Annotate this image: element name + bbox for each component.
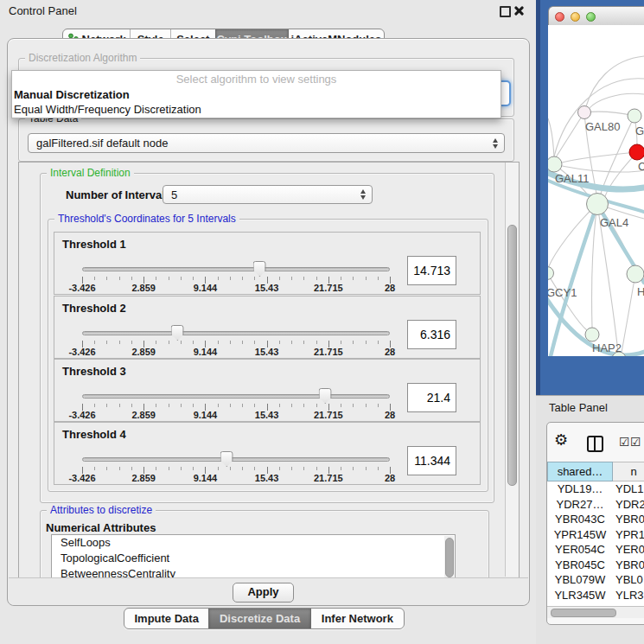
scrollbar-thumb[interactable] [507, 225, 517, 486]
slider-tick [94, 277, 95, 280]
table-data-combobox[interactable]: galFiltered.sif default node [28, 133, 505, 153]
slider-thumb[interactable] [319, 388, 332, 404]
table-row[interactable]: YDL19…YDL1 [547, 481, 644, 497]
slider-scale-label: 28 [385, 410, 395, 420]
table-row[interactable]: YPR145WYPR1 [547, 527, 644, 543]
scrollbar-thumb[interactable] [445, 538, 454, 577]
number-of-intervals-combobox[interactable]: 5 [163, 185, 373, 204]
select-columns-icon[interactable]: ☑ [619, 436, 630, 448]
network-node[interactable] [548, 156, 562, 172]
network-canvas[interactable]: GAL80 GA C GAL11 GAL4 GCY1 H HAP2 [548, 25, 644, 356]
table-cell[interactable]: YPR145W [547, 528, 613, 541]
node-label: C [638, 160, 644, 173]
network-node-highlighted[interactable] [629, 144, 644, 160]
table-cell[interactable]: YER054C [547, 543, 613, 556]
threshold-value-field[interactable] [407, 256, 456, 285]
algorithm-dropdown-popup: Select algorithm to view settings Manual… [11, 70, 501, 118]
table-row[interactable]: YER054CYER0 [547, 542, 644, 558]
gear-icon[interactable]: ⚙ [554, 432, 568, 448]
slider-tick [242, 341, 243, 344]
slider-thumb[interactable] [253, 261, 266, 277]
slider-track[interactable] [82, 267, 390, 271]
slider-track[interactable] [82, 331, 390, 335]
apply-button[interactable]: Apply [233, 583, 294, 603]
slider-tick [291, 467, 292, 470]
network-node[interactable] [587, 194, 609, 215]
network-node[interactable] [578, 106, 591, 119]
network-node[interactable] [628, 109, 641, 123]
slider-scale-label: 15.43 [255, 347, 279, 357]
network-desktop-area: GAL80 GA C GAL11 GAL4 GCY1 H HAP2 [536, 0, 644, 395]
slider-track[interactable] [82, 457, 390, 462]
tab-discretize-data[interactable]: Discretize Data [208, 609, 309, 628]
slider-tick [341, 341, 341, 344]
threshold-value-field[interactable] [407, 320, 456, 349]
numerical-attributes-label: Numerical Attributes [46, 521, 156, 534]
list-scrollbar[interactable] [444, 536, 454, 579]
table-cell[interactable]: YDR27… [547, 498, 613, 511]
table-row[interactable]: YBL079WYBL0 [547, 572, 644, 588]
table-cell[interactable]: YPR1 [613, 528, 644, 541]
group-title: Discretization Algorithm [25, 52, 140, 64]
slider-tick [341, 467, 341, 470]
table-row[interactable]: YLR345WYLR3 [547, 588, 644, 603]
close-icon[interactable] [513, 4, 526, 17]
vertical-scrollbar[interactable] [505, 163, 519, 577]
popup-placeholder: Select algorithm to view settings [12, 73, 501, 86]
table-cell[interactable]: YDR2 [613, 498, 644, 511]
tab-impute-data[interactable]: Impute Data [124, 609, 208, 628]
slider-tick [378, 404, 379, 407]
slider-scale-label: 21.715 [314, 410, 343, 420]
node-label: GCY1 [548, 286, 577, 299]
threshold-value-field[interactable] [407, 446, 456, 475]
minimize-window-icon[interactable] [571, 12, 580, 22]
table-cell[interactable]: YBR0 [613, 558, 644, 571]
network-window-titlebar[interactable] [548, 6, 644, 26]
table-row[interactable]: YDR27…YDR2 [547, 497, 644, 513]
table-header: shared… n [547, 462, 644, 481]
network-node[interactable] [627, 265, 644, 283]
scrollbar-thumb[interactable] [551, 609, 616, 617]
close-window-icon[interactable] [555, 12, 564, 22]
attribute-item[interactable]: TopologicalCoefficient [52, 551, 455, 566]
slider-thumb[interactable] [171, 325, 184, 341]
slider-tick [353, 277, 354, 280]
slider-scale-label: -3.426 [68, 347, 95, 357]
select-all-icon[interactable]: ☑ [630, 436, 641, 448]
cyni-toolbox-panel: Discretization Algorithm Select algorith… [7, 38, 530, 606]
combobox-value: 5 [163, 188, 177, 201]
split-view-icon[interactable] [587, 436, 603, 452]
popup-item-equal-width-frequency[interactable]: Equal Width/Frequency Discretization [14, 103, 201, 116]
column-header-name[interactable]: n [613, 462, 644, 481]
horizontal-scrollbar[interactable] [547, 606, 644, 618]
tab-infer-network[interactable]: Infer Network [310, 609, 404, 628]
zoom-window-icon[interactable] [586, 12, 596, 22]
slider-tick [181, 341, 182, 344]
table-cell[interactable]: YBR0 [613, 513, 644, 526]
table-cell[interactable]: YDL1 [613, 482, 644, 495]
threshold-value-field[interactable] [407, 383, 456, 412]
table-cell[interactable]: YBR043C [547, 513, 613, 526]
slider-tick [218, 467, 219, 470]
slider-tick [193, 467, 194, 470]
table-cell[interactable]: YLR3 [613, 589, 644, 602]
attribute-item[interactable]: SelfLoops [52, 535, 455, 551]
network-node[interactable] [548, 267, 554, 280]
table-cell[interactable]: YER0 [613, 543, 644, 556]
table-cell[interactable]: YBL0 [613, 573, 643, 586]
table-cell[interactable]: YLR345W [547, 589, 613, 602]
table-cell[interactable]: YBL079W [547, 573, 613, 586]
popup-item-manual-discretization[interactable]: Manual Discretization [14, 88, 130, 101]
slider-scale-label: 2.859 [131, 473, 156, 483]
slider-tick [181, 467, 182, 470]
numerical-attributes-list[interactable]: SelfLoopsTopologicalCoefficientBetweenne… [51, 534, 456, 579]
table-cell[interactable]: YBR045C [547, 558, 613, 571]
network-node[interactable] [585, 328, 599, 341]
slider-thumb[interactable] [220, 451, 233, 467]
slider-track[interactable] [82, 394, 390, 399]
table-row[interactable]: YBR045CYBR0 [547, 558, 644, 573]
float-panel-icon[interactable] [500, 6, 511, 17]
table-cell[interactable]: YDL19… [547, 482, 613, 495]
column-header-shared-name[interactable]: shared… [547, 462, 613, 481]
table-row[interactable]: YBR043CYBR0 [547, 512, 644, 527]
